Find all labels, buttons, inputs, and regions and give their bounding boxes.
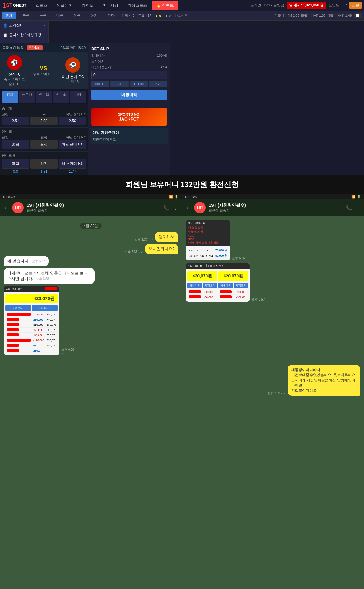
nav-minigame[interactable]: 미니게임 [98,1,123,10]
live-badge: 추가 BET [27,45,43,50]
promo-block-1-img: SPORTS NO. JACKPOT [91,108,167,126]
sidebar-customer[interactable]: 👤고객센터› [0,21,48,30]
estimate-label: 예상적중금리 [91,65,111,70]
ss-label-2 [5,317,32,322]
phone-icon-right[interactable]: 📞 [346,205,352,211]
ss-label-6 [5,338,32,343]
right-chat-info: 1ST (사칭확인필수) 최근에 접속함 [209,203,246,213]
r-ss2-btn3[interactable]: 이체하기 [218,283,233,288]
tab-all[interactable]: 전체 [2,91,18,103]
win-team2-label: 허난 전매 F.C [59,112,86,117]
preset-250[interactable]: 250 [149,81,167,87]
r-ss2-btn2[interactable]: 가져오기 [203,283,217,288]
r-t2-a2: -100,00 [235,295,248,300]
left-status-bar: KT 6:39 📶 🔋 [0,194,182,199]
ss-redact [45,287,57,291]
ou-score1: 0.0 [2,169,29,174]
sidebar-notice[interactable]: 📋공지사항 / 베팅규정› [0,30,48,40]
notice-header[interactable]: 📋공지사항 / 베팅규정› [0,30,48,40]
provision-label: 보유게시 [91,59,105,64]
nav-sports[interactable]: 스포츠 [32,1,52,10]
chat-section: KT 6:39 📶 🔋 ← 1ST 1ST (사칭확인필수) 최근에 접속함 📞… [0,194,364,589]
r-ss2-sep: | [206,264,207,268]
win-draw-btn[interactable]: 3.08 [30,117,58,125]
tab-handicap[interactable]: 핸디캡 [36,91,52,103]
ou-away-btn[interactable]: 허난 전매 F.C [59,159,86,169]
r-ss2-btn1[interactable]: 이체하기 [187,283,202,288]
chat-spacer [186,304,360,365]
right-ss2-amt1: 420,070원 [187,271,217,281]
ss-bal-2: 740,07 [46,317,58,322]
chat-left-panel: KT 6:39 📶 🔋 ← 1ST 1ST (사칭확인필수) 최근에 접속함 📞… [0,194,182,589]
list-view-toggle[interactable]: ☰ [354,13,362,18]
nav-casino[interactable]: 카지노 [77,1,98,10]
team1-logo: ⚽ [7,55,22,70]
match-subtitle: 중국 수퍼리그 [33,72,54,76]
promo-2-title: 매일 지인추천이 [93,130,166,135]
more-options-icon-right[interactable]: ⋮ [356,205,360,211]
preset-500[interactable]: 500 [110,81,128,87]
more-options-icon[interactable]: ⋮ [173,205,178,211]
r-ss2-btn4[interactable]: 가져오기 [234,283,248,288]
h-home-btn[interactable]: 홈팀 [2,140,29,149]
right-last-bubble: 제통장이아니라서 이건보내줄수없겠는데요..못보내주데요 근데이게 사장님이말씀… [288,365,360,396]
detail-league: 중국 ● CHA D1 [2,46,25,50]
place-bet-button[interactable]: 베팅내역 [91,90,167,100]
preset-10k[interactable]: 10,000 [130,81,148,87]
phone-icon[interactable]: 📞 [163,205,170,211]
right-ss1-warnings: *우분할입금*카카오페이*토스*FBS*타인 계좌 병행사용 입금 [188,226,228,245]
ss-amt-6: -120,000 [32,338,46,343]
ou-section: 언더오버 홈팀 선전 허난 전매 F.C 0.0 1.81 1.77 [0,152,88,175]
ss-bal-6: 320,07 [46,338,58,343]
right-last-msg: 오후 7:03 ✓✓ 제통장이아니라서 이건보내줄수없겠는데요..못보내주데요 … [186,365,360,396]
main-nav-tabs: 스포츠 인플레이 카지노 미니게임 가상스포츠 🔥 이벤트 [32,1,178,10]
ss-action-1[interactable]: 이체하기 [5,305,31,311]
team1-info: ⚽ 신진FC 중국 수퍼리그 순위 11 [4,55,25,86]
nav-event[interactable]: 🔥 이벤트 [152,1,178,10]
filter-baseball[interactable]: 야구 [70,12,84,19]
nav-inplay[interactable]: 인플레이 [52,1,77,10]
filter-volleyball[interactable]: 배구 [53,12,67,19]
right-chat-body: 입금 유의사항 *우분할입금*카카오페이*토스*FBS*타인 계좌 병행사용 입… [182,216,364,589]
charge-header[interactable]: 💳충전하기› [0,40,48,43]
h-away-btn[interactable]: 허난 전매 F.C [59,140,86,149]
ss-action-2[interactable]: 가져오기 [32,305,58,311]
filter-other[interactable]: 기타 [104,12,118,19]
filter-soccer[interactable]: 축구 [19,12,33,19]
total-count: 전체 440 [121,13,134,18]
left-chat-header: ← 1ST 1ST (사칭확인필수) 최근에 접속함 📞 ⋮ [0,199,182,216]
sidebar-charge[interactable]: 💳충전하기› [0,40,48,43]
point-display: 포인트: 0 P [329,3,347,8]
tab-ou[interactable]: 언더오버 [53,91,69,103]
tab-win[interactable]: 승무패 [19,91,35,103]
battery-icon: 🔋 [174,195,179,199]
back-button-right[interactable]: ← [186,205,191,211]
bet-amount-input[interactable] [91,71,167,79]
ou-home-btn[interactable]: 홈팀 [2,159,29,169]
ss-label-4 [5,328,32,333]
ss-bal-4: 220,07 [46,328,58,333]
win-home-btn[interactable]: 2.51 [2,117,29,125]
win-away-btn[interactable]: 2.50 [59,117,86,125]
back-button-left[interactable]: ← [4,205,9,211]
customer-header[interactable]: 👤고객센터› [0,21,48,30]
filter-all[interactable]: 전체 [2,12,16,19]
msg-time-check: 오후 6:37 ✓✓ [135,238,153,242]
right-avatar: 1ST [194,202,206,213]
charge-button[interactable]: 전환 [349,2,362,9]
filter-hockey[interactable]: 하키 [87,12,101,19]
filter-basketball[interactable]: 농구 [36,12,50,19]
r-t2-a1: -100,00 [235,290,248,295]
ou-draw-btn: 선전 [30,159,58,169]
screenshot-bubble: 1월 전체 최신 420,070원 이체하기 가져오기 -100,000 [4,286,59,355]
right-ss2-tables: -50,000 -50,000 [187,290,248,300]
tab-other[interactable]: 기타 [70,91,86,103]
preset-100k[interactable]: 100,000 [91,81,109,87]
promo-block-1-text: SPORTS NO. JACKPOT [118,112,140,121]
ss-amt-7: 65 [32,343,46,348]
handicap-label: 핸디캡 [2,129,86,134]
team2-info: ⚽ 허난 전매 F.C 순위 13 [62,57,84,84]
nav-virtual[interactable]: 가상스포츠 [123,1,151,10]
right-ss1-body: 23.04.30 183:17:18 70,000 원 23.04.28 143… [186,246,230,260]
right-carrier: KT 7:03 [185,195,197,199]
